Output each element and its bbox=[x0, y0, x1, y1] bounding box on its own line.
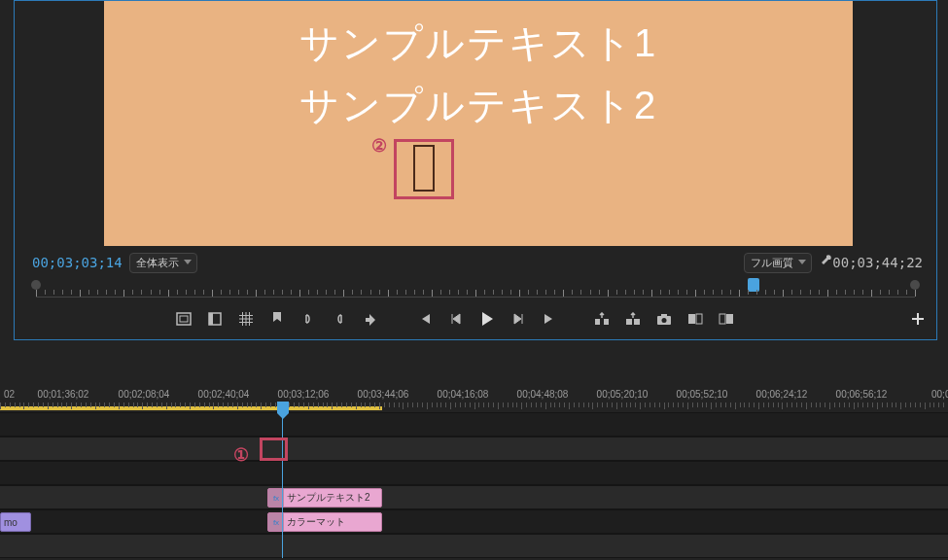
scrubber-end-handle[interactable] bbox=[910, 280, 920, 290]
clip-color-mat[interactable]: fx カラーマット bbox=[267, 512, 382, 532]
svg-rect-14 bbox=[726, 314, 733, 324]
scrubber-playhead[interactable] bbox=[748, 278, 759, 292]
time-label: 00;07;2 bbox=[931, 389, 948, 400]
program-canvas: サンプルテキスト1 サンプルテキスト2 ② bbox=[104, 1, 853, 246]
extract-icon[interactable] bbox=[624, 310, 642, 328]
svg-rect-6 bbox=[626, 319, 632, 325]
marker-icon[interactable] bbox=[268, 310, 286, 328]
clip-label: mo bbox=[1, 517, 18, 528]
time-label: 00;06;24;12 bbox=[756, 389, 808, 400]
program-scrubber[interactable] bbox=[36, 278, 915, 298]
duration-timecode[interactable]: 00;03;44;22 bbox=[832, 255, 923, 270]
annotation-2-box bbox=[394, 139, 454, 199]
current-timecode[interactable]: 00;03;03;14 bbox=[32, 255, 123, 270]
grid-icon[interactable] bbox=[237, 310, 255, 328]
time-label: 00;06;56;12 bbox=[836, 389, 888, 400]
svg-rect-4 bbox=[595, 319, 600, 325]
svg-rect-1 bbox=[180, 316, 188, 322]
program-viewer[interactable]: サンプルテキスト1 サンプルテキスト2 ② bbox=[104, 1, 853, 246]
track-v2[interactable] bbox=[0, 461, 948, 485]
go-to-out-icon[interactable] bbox=[541, 310, 558, 328]
zoom-select-label: 全体表示 bbox=[136, 257, 179, 268]
time-label: 00;03;44;06 bbox=[358, 389, 409, 400]
annotation-1-label: ① bbox=[233, 444, 249, 466]
safe-margins-icon[interactable] bbox=[175, 310, 193, 328]
camera-icon[interactable] bbox=[655, 310, 673, 328]
plus-icon[interactable] bbox=[909, 310, 927, 328]
wrench-icon[interactable] bbox=[817, 252, 834, 269]
out-point-icon[interactable] bbox=[331, 310, 348, 328]
in-point-icon[interactable] bbox=[299, 310, 317, 328]
reference-icon[interactable] bbox=[206, 310, 224, 328]
svg-rect-0 bbox=[177, 313, 191, 325]
track-a2[interactable] bbox=[0, 534, 948, 558]
canvas-text-1: サンプルテキスト1 bbox=[104, 17, 853, 70]
program-controls-info-row: 00;03;03;14 全体表示 フル画質 00;03;44;22 bbox=[15, 250, 936, 275]
quality-select[interactable]: フル画質 bbox=[744, 253, 812, 273]
time-label: 00;04;48;08 bbox=[517, 389, 569, 400]
play-icon[interactable] bbox=[478, 310, 496, 328]
transport-controls bbox=[15, 310, 936, 337]
annotation-1-box bbox=[260, 438, 288, 461]
time-label: 00;03;12;06 bbox=[278, 389, 330, 400]
lift-icon[interactable] bbox=[593, 310, 611, 328]
time-label: 02 bbox=[4, 389, 15, 400]
time-label: 00;05;52;10 bbox=[677, 389, 728, 400]
time-label: 00;02;40;04 bbox=[198, 389, 250, 400]
step-back-icon[interactable] bbox=[447, 310, 465, 328]
timeline-playhead-line bbox=[282, 412, 283, 558]
clip-mo[interactable]: mo bbox=[0, 512, 31, 532]
clip-label: カラーマット bbox=[287, 515, 345, 529]
clip-sample-text-2[interactable]: fx サンプルテキスト2 bbox=[267, 488, 382, 508]
compare-a-icon[interactable] bbox=[686, 310, 704, 328]
quality-select-label: フル画質 bbox=[751, 257, 793, 268]
go-to-in-icon[interactable] bbox=[416, 310, 434, 328]
time-label: 00;01;36;02 bbox=[38, 389, 89, 400]
timeline-ruler[interactable]: 02 00;01;36;02 00;02;08;04 00;02;40;04 0… bbox=[0, 381, 948, 412]
svg-rect-5 bbox=[604, 319, 609, 325]
track-v3[interactable] bbox=[0, 437, 948, 461]
svg-rect-10 bbox=[661, 314, 667, 317]
clip-label: サンプルテキスト2 bbox=[287, 491, 370, 505]
compare-b-icon[interactable] bbox=[718, 310, 735, 328]
svg-rect-11 bbox=[688, 314, 695, 324]
time-label: 00;02;08;04 bbox=[119, 389, 170, 400]
fx-badge-icon: fx bbox=[273, 518, 279, 527]
svg-rect-7 bbox=[634, 319, 640, 325]
svg-rect-12 bbox=[696, 314, 702, 324]
fx-badge-icon: fx bbox=[273, 494, 279, 503]
canvas-text-2: サンプルテキスト2 bbox=[104, 79, 853, 132]
track-v1[interactable]: fx サンプルテキスト2 bbox=[0, 485, 948, 509]
track-v4[interactable] bbox=[0, 412, 948, 437]
program-monitor-panel: サンプルテキスト1 サンプルテキスト2 ② 00;03;03;14 全体表示 フ… bbox=[14, 0, 937, 340]
export-frame-icon[interactable] bbox=[362, 310, 379, 328]
scrubber-start-handle[interactable] bbox=[31, 280, 41, 290]
timeline-tracks: fx サンプルテキスト2 mo fx カラーマット bbox=[0, 412, 948, 558]
time-label: 00;05;20;10 bbox=[597, 389, 649, 400]
svg-rect-3 bbox=[209, 313, 213, 325]
text-cursor-box[interactable] bbox=[413, 145, 435, 192]
track-a1[interactable]: mo fx カラーマット bbox=[0, 509, 948, 534]
svg-rect-13 bbox=[720, 314, 725, 324]
time-label: 00;04;16;08 bbox=[438, 389, 489, 400]
svg-point-9 bbox=[662, 318, 667, 323]
annotation-2-label: ② bbox=[371, 135, 387, 157]
timeline-playhead[interactable] bbox=[277, 402, 289, 413]
step-forward-icon[interactable] bbox=[509, 310, 527, 328]
zoom-select[interactable]: 全体表示 bbox=[129, 253, 197, 273]
